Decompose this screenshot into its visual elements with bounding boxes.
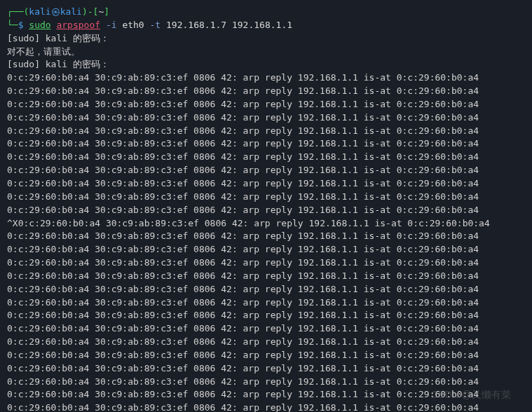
arp-reply-line: 0:c:29:60:b0:a4 30:c9:ab:89:c3:ef 0806 4… [7,283,525,296]
arp-reply-line: 0:c:29:60:b0:a4 30:c9:ab:89:c3:ef 0806 4… [7,270,525,283]
arp-reply-line: 0:c:29:60:b0:a4 30:c9:ab:89:c3:ef 0806 4… [7,256,525,270]
arp-reply-line: 0:c:29:60:b0:a4 30:c9:ab:89:c3:ef 0806 4… [7,137,525,151]
prompt-line-1: ┌──(kali㉿kali)-[~] [7,6,525,19]
arp-output-block-1: 0:c:29:60:b0:a4 30:c9:ab:89:c3:ef 0806 4… [7,71,525,217]
arp-reply-line: 0:c:29:60:b0:a4 30:c9:ab:89:c3:ef 0806 4… [7,111,525,125]
arp-reply-line: 0:c:29:60:b0:a4 30:c9:ab:89:c3:ef 0806 4… [7,401,525,412]
arp-reply-line: 0:c:29:60:b0:a4 30:c9:ab:89:c3:ef 0806 4… [7,362,525,376]
arp-reply-line: 0:c:29:60:b0:a4 30:c9:ab:89:c3:ef 0806 4… [7,376,525,389]
arp-reply-line: 0:c:29:60:b0:a4 30:c9:ab:89:c3:ef 0806 4… [7,336,525,349]
arp-reply-line: 0:c:29:60:b0:a4 30:c9:ab:89:c3:ef 0806 4… [7,125,525,138]
arp-reply-line: 0:c:29:60:b0:a4 30:c9:ab:89:c3:ef 0806 4… [7,98,525,111]
arp-reply-line: 0:c:29:60:b0:a4 30:c9:ab:89:c3:ef 0806 4… [7,177,525,191]
sudo-prompt-2: [sudo] kali 的密码： [7,58,525,71]
arp-reply-line: 0:c:29:60:b0:a4 30:c9:ab:89:c3:ef 0806 4… [7,388,525,401]
arp-reply-line: 0:c:29:60:b0:a4 30:c9:ab:89:c3:ef 0806 4… [7,243,525,256]
arp-reply-line: 0:c:29:60:b0:a4 30:c9:ab:89:c3:ef 0806 4… [7,204,525,217]
arp-break-line: ^X0:c:29:60:b0:a4 30:c9:ab:89:c3:ef 0806… [7,217,525,231]
arp-reply-line: 0:c:29:60:b0:a4 30:c9:ab:89:c3:ef 0806 4… [7,322,525,336]
sudo-error: 对不起，请重试。 [7,46,525,59]
arp-reply-line: 0:c:29:60:b0:a4 30:c9:ab:89:c3:ef 0806 4… [7,349,525,362]
arp-reply-line: 0:c:29:60:b0:a4 30:c9:ab:89:c3:ef 0806 4… [7,85,525,98]
arp-reply-line: 0:c:29:60:b0:a4 30:c9:ab:89:c3:ef 0806 4… [7,164,525,177]
prompt-line-2[interactable]: └─$ sudo arpspoof -i eth0 -t 192.168.1.7… [7,19,525,32]
arp-reply-line: 0:c:29:60:b0:a4 30:c9:ab:89:c3:ef 0806 4… [7,309,525,322]
sudo-prompt-1: [sudo] kali 的密码： [7,32,525,46]
arp-reply-line: 0:c:29:60:b0:a4 30:c9:ab:89:c3:ef 0806 4… [7,151,525,164]
arp-reply-line: 0:c:29:60:b0:a4 30:c9:ab:89:c3:ef 0806 4… [7,191,525,204]
arp-output-block-2: 0:c:29:60:b0:a4 30:c9:ab:89:c3:ef 0806 4… [7,230,525,412]
arp-reply-line: 0:c:29:60:b0:a4 30:c9:ab:89:c3:ef 0806 4… [7,71,525,85]
arp-reply-line: 0:c:29:60:b0:a4 30:c9:ab:89:c3:ef 0806 4… [7,296,525,310]
arp-reply-line: 0:c:29:60:b0:a4 30:c9:ab:89:c3:ef 0806 4… [7,230,525,243]
